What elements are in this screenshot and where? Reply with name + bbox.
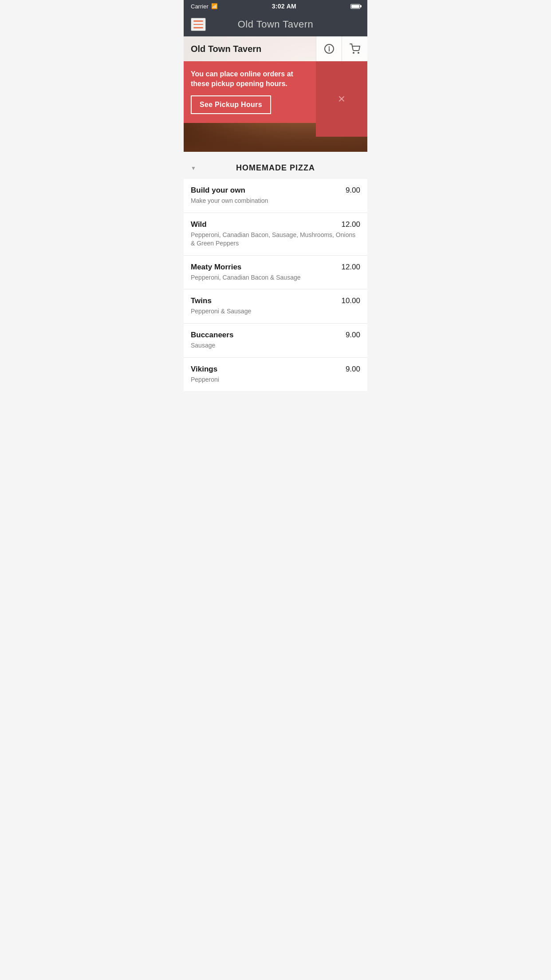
menu-item-row: Buccaneers 9.00 bbox=[191, 331, 360, 340]
pickup-banner: You can place online orders at these pic… bbox=[184, 61, 316, 123]
close-icon: × bbox=[338, 92, 345, 106]
menu-item-desc: Sausage bbox=[191, 341, 360, 350]
hamburger-line-1 bbox=[193, 20, 203, 22]
menu-item[interactable]: Buccaneers 9.00 Sausage bbox=[184, 324, 367, 358]
cart-button[interactable] bbox=[342, 36, 367, 61]
category-header: ▼ HOMEMADE PIZZA bbox=[184, 155, 367, 179]
nav-bar: Old Town Tavern bbox=[184, 12, 367, 36]
menu-item-row: Vikings 9.00 bbox=[191, 365, 360, 374]
menu-item-row: Meaty Morries 12.00 bbox=[191, 263, 360, 272]
svg-point-3 bbox=[353, 52, 354, 53]
category-title: HOMEMADE PIZZA bbox=[236, 163, 315, 173]
wifi-icon: 📶 bbox=[211, 3, 218, 9]
menu-item[interactable]: Twins 10.00 Pepperoni & Sausage bbox=[184, 289, 367, 324]
menu-item-price: 12.00 bbox=[341, 220, 360, 229]
menu-item-name: Twins bbox=[191, 296, 336, 305]
svg-point-4 bbox=[358, 52, 359, 53]
menu-item-desc: Pepperoni, Canadian Bacon, Sausage, Mush… bbox=[191, 231, 360, 248]
hamburger-line-3 bbox=[193, 27, 203, 28]
info-button[interactable] bbox=[316, 36, 342, 61]
restaurant-name: Old Town Tavern bbox=[184, 44, 316, 54]
menu-item[interactable]: Vikings 9.00 Pepperoni bbox=[184, 358, 367, 391]
menu-item-price: 9.00 bbox=[346, 331, 360, 340]
banner-close-button[interactable]: × bbox=[316, 61, 367, 137]
menu-item-price: 9.00 bbox=[346, 365, 360, 374]
menu-item-name: Meaty Morries bbox=[191, 263, 336, 272]
menu-item-desc: Pepperoni, Canadian Bacon & Sausage bbox=[191, 273, 360, 282]
battery-icon bbox=[350, 4, 360, 9]
menu-item-name: Buccaneers bbox=[191, 331, 340, 340]
hero-section: Old Town Tavern You can place online ord… bbox=[184, 36, 367, 152]
menu-item-name: Wild bbox=[191, 220, 336, 229]
nav-title: Old Town Tavern bbox=[238, 19, 314, 30]
status-left: Carrier 📶 bbox=[191, 3, 218, 10]
category-dropdown-icon[interactable]: ▼ bbox=[191, 165, 196, 171]
menu-list: Build your own 9.00 Make your own combin… bbox=[184, 179, 367, 391]
menu-item-row: Twins 10.00 bbox=[191, 296, 360, 305]
menu-item-row: Build your own 9.00 bbox=[191, 186, 360, 195]
menu-item-desc: Make your own combination bbox=[191, 197, 360, 205]
pickup-banner-text: You can place online orders at these pic… bbox=[191, 69, 309, 89]
menu-item-row: Wild 12.00 bbox=[191, 220, 360, 229]
menu-item-desc: Pepperoni & Sausage bbox=[191, 307, 360, 316]
menu-item-price: 12.00 bbox=[341, 263, 360, 272]
menu-item[interactable]: Meaty Morries 12.00 Pepperoni, Canadian … bbox=[184, 256, 367, 290]
hamburger-menu-button[interactable] bbox=[191, 18, 206, 31]
menu-item-price: 10.00 bbox=[341, 296, 360, 305]
restaurant-name-bar: Old Town Tavern bbox=[184, 36, 367, 61]
status-time: 3:02 AM bbox=[272, 3, 296, 10]
menu-item[interactable]: Wild 12.00 Pepperoni, Canadian Bacon, Sa… bbox=[184, 213, 367, 256]
menu-item-price: 9.00 bbox=[346, 186, 360, 195]
menu-section: ▼ HOMEMADE PIZZA Build your own 9.00 Mak… bbox=[184, 152, 367, 391]
menu-item-name: Vikings bbox=[191, 365, 340, 374]
carrier-label: Carrier bbox=[191, 3, 209, 10]
menu-item[interactable]: Build your own 9.00 Make your own combin… bbox=[184, 179, 367, 213]
menu-item-desc: Pepperoni bbox=[191, 375, 360, 384]
see-pickup-hours-button[interactable]: See Pickup Hours bbox=[191, 95, 271, 114]
menu-item-name: Build your own bbox=[191, 186, 340, 195]
status-bar: Carrier 📶 3:02 AM bbox=[184, 0, 367, 12]
hamburger-line-2 bbox=[193, 24, 203, 25]
